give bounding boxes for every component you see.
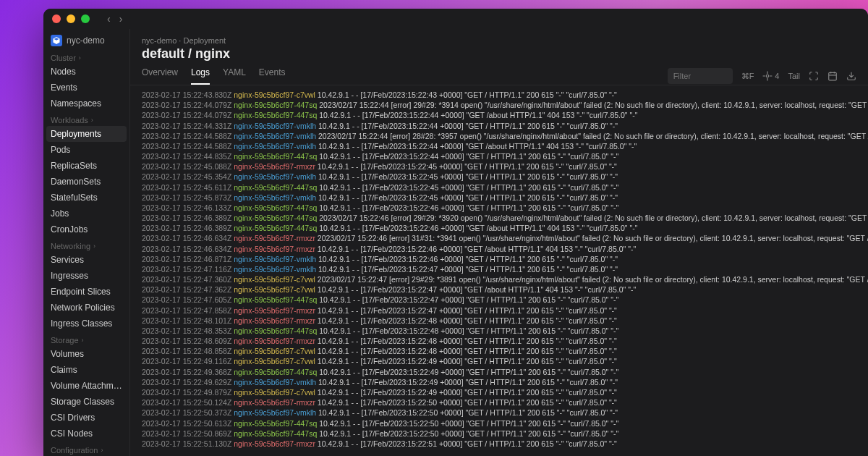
- tail-button[interactable]: Tail: [788, 72, 800, 80]
- sidebar-section[interactable]: Cluster›: [43, 49, 129, 64]
- sidebar-item-statefulsets[interactable]: StatefulSets: [43, 190, 129, 206]
- maximize-icon[interactable]: [81, 14, 90, 23]
- log-line: 2023-02-17 15:22:46.871Z nginx-59c5b6cf9…: [142, 254, 856, 264]
- log-line: 2023-02-17 15:22:49.879Z nginx-59c5b6cf9…: [142, 387, 856, 397]
- log-line: 2023-02-17 15:22:46.133Z nginx-59c5b6cf9…: [142, 203, 856, 213]
- log-line: 2023-02-17 15:22:47.116Z nginx-59c5b6cf9…: [142, 264, 856, 274]
- sidebar: nyc-demo Cluster›NodesEventsNamespacesWo…: [43, 29, 130, 456]
- log-line: 2023-02-17 15:22:47.858Z nginx-59c5b6cf9…: [142, 305, 856, 316]
- log-line: 2023-02-17 15:22:45.354Z nginx-59c5b6cf9…: [142, 172, 856, 182]
- log-line: 2023-02-17 15:22:49.116Z nginx-59c5b6cf9…: [142, 356, 856, 366]
- log-line: 2023-02-17 15:22:48.609Z nginx-59c5b6cf9…: [142, 336, 856, 346]
- pod-count[interactable]: 4: [762, 71, 779, 81]
- log-viewer[interactable]: 2023-02-17 15:22:43.830Z nginx-59c5b6cf9…: [130, 85, 868, 456]
- close-icon[interactable]: [52, 14, 61, 23]
- log-line: 2023-02-17 15:22:49.629Z nginx-59c5b6cf9…: [142, 377, 856, 387]
- log-line: 2023-02-17 15:22:44.588Z nginx-59c5b6cf9…: [142, 131, 856, 141]
- sidebar-item-network-policies[interactable]: Network Policies: [43, 300, 129, 316]
- app-window: ‹ › nyc-demo Cluster›NodesEventsNamespac…: [43, 9, 868, 456]
- log-line: 2023-02-17 15:22:50.124Z nginx-59c5b6cf9…: [142, 397, 856, 408]
- tab-overview[interactable]: Overview: [142, 67, 178, 85]
- minimize-icon[interactable]: [67, 14, 75, 23]
- back-icon[interactable]: ‹: [107, 13, 111, 25]
- sidebar-item-nodes[interactable]: Nodes: [43, 64, 129, 80]
- log-line: 2023-02-17 15:22:48.353Z nginx-59c5b6cf9…: [142, 326, 856, 336]
- sidebar-item-endpoint-slices[interactable]: Endpoint Slices: [43, 284, 129, 300]
- sidebar-item-cronjobs[interactable]: CronJobs: [43, 221, 129, 237]
- titlebar: ‹ ›: [43, 9, 868, 29]
- sidebar-section[interactable]: Configuration›: [43, 442, 129, 456]
- sidebar-item-namespaces[interactable]: Namespaces: [43, 96, 129, 111]
- nav-arrows: ‹ ›: [107, 13, 122, 25]
- cluster-name: nyc-demo: [67, 35, 105, 46]
- svg-point-0: [767, 75, 770, 77]
- log-line: 2023-02-17 15:22:48.101Z nginx-59c5b6cf9…: [142, 316, 856, 326]
- sidebar-item-claims[interactable]: Claims: [43, 362, 129, 378]
- log-line: 2023-02-17 15:22:45.611Z nginx-59c5b6cf9…: [142, 182, 856, 193]
- log-line: 2023-02-17 15:22:47.362Z nginx-59c5b6cf9…: [142, 284, 856, 295]
- sidebar-item-ingress-classes[interactable]: Ingress Classes: [43, 316, 129, 332]
- sidebar-item-pods[interactable]: Pods: [43, 142, 129, 158]
- sidebar-section[interactable]: Storage›: [43, 332, 129, 346]
- log-line: 2023-02-17 15:22:44.331Z nginx-59c5b6cf9…: [142, 121, 856, 131]
- log-line: 2023-02-17 15:22:46.389Z nginx-59c5b6cf9…: [142, 223, 856, 233]
- sidebar-item-csi-drivers[interactable]: CSI Drivers: [43, 410, 129, 426]
- shortcut-hint: ⌘F: [741, 72, 754, 81]
- log-line: 2023-02-17 15:22:47.360Z nginx-59c5b6cf9…: [142, 274, 856, 284]
- sidebar-item-services[interactable]: Services: [43, 252, 129, 268]
- forward-icon[interactable]: ›: [119, 13, 123, 25]
- sidebar-section[interactable]: Networking›: [43, 237, 129, 252]
- log-line: 2023-02-17 15:22:50.373Z nginx-59c5b6cf9…: [142, 408, 856, 418]
- calendar-icon[interactable]: [827, 71, 838, 81]
- sidebar-item-storage-classes[interactable]: Storage Classes: [43, 394, 129, 410]
- log-line: 2023-02-17 15:22:45.873Z nginx-59c5b6cf9…: [142, 193, 856, 203]
- log-line: 2023-02-17 15:22:44.079Z nginx-59c5b6cf9…: [142, 100, 856, 110]
- log-line: 2023-02-17 15:22:46.634Z nginx-59c5b6cf9…: [142, 244, 856, 254]
- sidebar-item-csi-nodes[interactable]: CSI Nodes: [43, 426, 129, 442]
- log-line: 2023-02-17 15:22:46.389Z nginx-59c5b6cf9…: [142, 213, 856, 223]
- sidebar-item-volume-attachm-[interactable]: Volume Attachm…: [43, 378, 129, 394]
- cluster-selector[interactable]: nyc-demo: [43, 32, 129, 49]
- sidebar-section[interactable]: Workloads›: [43, 111, 129, 126]
- traffic-lights: [52, 14, 90, 23]
- log-line: 2023-02-17 15:22:43.830Z nginx-59c5b6cf9…: [142, 90, 856, 100]
- log-line: 2023-02-17 15:22:50.613Z nginx-59c5b6cf9…: [142, 418, 856, 428]
- filter-input[interactable]: [668, 68, 733, 84]
- sidebar-item-volumes[interactable]: Volumes: [43, 346, 129, 362]
- log-line: 2023-02-17 15:22:44.079Z nginx-59c5b6cf9…: [142, 110, 856, 120]
- log-line: 2023-02-17 15:22:51.130Z nginx-59c5b6cf9…: [142, 439, 856, 449]
- log-line: 2023-02-17 15:22:46.634Z nginx-59c5b6cf9…: [142, 233, 856, 243]
- breadcrumb: nyc-demo · Deployment: [142, 36, 856, 45]
- main-content: nyc-demo · Deployment default / nginx Ov…: [130, 29, 868, 456]
- log-line: 2023-02-17 15:22:44.835Z nginx-59c5b6cf9…: [142, 151, 856, 161]
- log-line: 2023-02-17 15:22:44.588Z nginx-59c5b6cf9…: [142, 141, 856, 151]
- kubernetes-icon: [51, 35, 62, 46]
- log-line: 2023-02-17 15:22:50.869Z nginx-59c5b6cf9…: [142, 428, 856, 439]
- sidebar-item-events[interactable]: Events: [43, 80, 129, 96]
- log-line: 2023-02-17 15:22:47.605Z nginx-59c5b6cf9…: [142, 295, 856, 305]
- page-title: default / nginx: [142, 46, 856, 62]
- tab-logs[interactable]: Logs: [191, 67, 210, 85]
- tab-yaml[interactable]: YAML: [223, 67, 246, 85]
- sidebar-item-ingresses[interactable]: Ingresses: [43, 268, 129, 284]
- sidebar-item-replicasets[interactable]: ReplicaSets: [43, 158, 129, 174]
- log-line: 2023-02-17 15:22:49.368Z nginx-59c5b6cf9…: [142, 367, 856, 377]
- sidebar-item-deployments[interactable]: Deployments: [46, 126, 127, 142]
- log-line: 2023-02-17 15:22:48.858Z nginx-59c5b6cf9…: [142, 346, 856, 356]
- sidebar-item-jobs[interactable]: Jobs: [43, 206, 129, 221]
- fullscreen-icon[interactable]: [809, 71, 819, 81]
- download-icon[interactable]: [846, 71, 856, 81]
- tab-events[interactable]: Events: [259, 67, 286, 85]
- toolbar: ⌘F 4 Tail: [668, 68, 856, 84]
- sidebar-item-daemonsets[interactable]: DaemonSets: [43, 174, 129, 190]
- log-line: 2023-02-17 15:22:45.088Z nginx-59c5b6cf9…: [142, 161, 856, 172]
- tabs: OverviewLogsYAMLEvents: [142, 67, 286, 85]
- svg-rect-1: [829, 72, 837, 80]
